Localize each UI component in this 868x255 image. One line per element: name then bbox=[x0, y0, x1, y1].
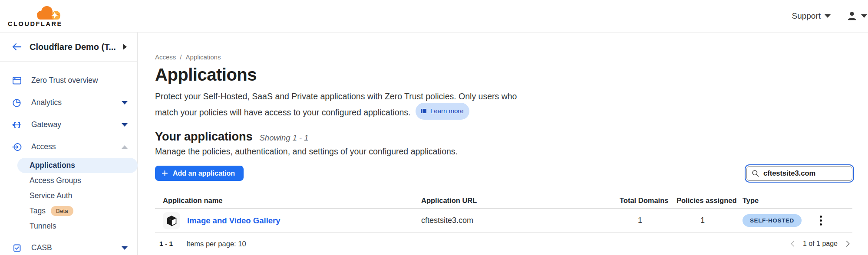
applications-table: Application name Application URL Total D… bbox=[155, 193, 852, 233]
page-title: Applications bbox=[155, 65, 852, 85]
total-domains-value: 1 bbox=[620, 216, 677, 225]
caret-down-icon bbox=[861, 14, 867, 18]
breadcrumb-separator: / bbox=[180, 53, 182, 61]
pagination-range: 1 - 1 bbox=[159, 240, 173, 248]
sidebar-item-access-groups[interactable]: Access Groups bbox=[0, 173, 137, 188]
caret-down-icon bbox=[825, 14, 831, 18]
showing-count: Showing 1 - 1 bbox=[260, 133, 309, 143]
arrow-left-icon[interactable] bbox=[11, 42, 22, 51]
sidebar-item-label: CASB bbox=[31, 243, 52, 252]
toolbar: Add an application bbox=[155, 166, 852, 181]
sidebar-item-label: Analytics bbox=[31, 98, 62, 107]
cloudflare-cloud-icon bbox=[36, 5, 64, 20]
caret-down-icon bbox=[122, 101, 128, 105]
sidebar-item-label: Zero Trust overview bbox=[31, 76, 98, 85]
section-subtitle: Manage the policies, authentication, and… bbox=[155, 147, 852, 157]
search-icon bbox=[751, 169, 760, 178]
caret-right-icon[interactable] bbox=[123, 44, 127, 50]
sidebar-item-label: Applications bbox=[30, 161, 75, 170]
search-box bbox=[746, 166, 852, 181]
person-icon bbox=[846, 10, 858, 22]
chevron-right-icon[interactable] bbox=[844, 240, 851, 248]
table-header-row: Application name Application URL Total D… bbox=[155, 193, 852, 209]
learn-more-label: Learn more bbox=[430, 105, 464, 118]
breadcrumb: Access / Applications bbox=[155, 53, 852, 61]
column-header-policies-assigned: Policies assigned bbox=[677, 196, 743, 205]
sidebar-item-tags[interactable]: Tags Beta bbox=[0, 203, 137, 219]
caret-down-icon bbox=[122, 123, 128, 127]
sidebar-item-label: Gateway bbox=[31, 120, 61, 129]
application-url: cftestsite3.com bbox=[421, 216, 620, 225]
breadcrumb-access[interactable]: Access bbox=[155, 53, 176, 61]
page-info: 1 of 1 page bbox=[803, 240, 838, 248]
column-header-application-url: Application URL bbox=[421, 196, 620, 205]
application-name-link[interactable]: Image and Video Gallery bbox=[187, 216, 281, 226]
sidebar-item-label: Access Groups bbox=[30, 176, 81, 185]
sidebar-item-casb[interactable]: CASB bbox=[0, 237, 137, 255]
column-header-total-domains: Total Domains bbox=[620, 196, 677, 205]
book-icon bbox=[420, 108, 427, 114]
sidebar-item-gateway[interactable]: Gateway bbox=[0, 114, 137, 136]
sidebar-item-label: Access bbox=[31, 142, 56, 151]
add-button-label: Add an application bbox=[173, 170, 235, 177]
sidebar-nav: Zero Trust overview Analytics Gateway bbox=[0, 62, 137, 255]
topbar: CLOUDFLARE Support bbox=[0, 0, 868, 33]
sidebar-item-tunnels[interactable]: Tunnels bbox=[0, 219, 137, 234]
cube-icon bbox=[163, 212, 180, 229]
access-icon bbox=[11, 142, 23, 152]
section-heading-row: Your applications Showing 1 - 1 bbox=[155, 130, 852, 144]
casb-icon bbox=[11, 243, 23, 253]
gateway-icon bbox=[11, 120, 23, 130]
beta-badge: Beta bbox=[51, 206, 73, 216]
user-menu[interactable] bbox=[846, 10, 867, 22]
sidebar-item-label: Tunnels bbox=[30, 222, 56, 231]
overview-icon bbox=[11, 75, 23, 86]
support-menu[interactable]: Support bbox=[792, 11, 831, 21]
pagination-divider bbox=[180, 239, 180, 249]
sidebar: Cloudflare Demo (T... Zero Trust overvie… bbox=[0, 33, 138, 255]
breadcrumb-applications: Applications bbox=[186, 53, 221, 61]
column-header-application-name: Application name bbox=[155, 196, 421, 205]
account-name: Cloudflare Demo (T... bbox=[30, 42, 116, 52]
sidebar-item-access[interactable]: Access bbox=[0, 136, 137, 158]
search-input[interactable] bbox=[746, 166, 852, 181]
sidebar-item-applications[interactable]: Applications bbox=[17, 158, 138, 173]
chevron-left-icon[interactable] bbox=[789, 240, 797, 248]
support-label: Support bbox=[792, 11, 821, 21]
sidebar-item-analytics[interactable]: Analytics bbox=[0, 92, 137, 114]
page-description: Protect your Self-Hosted, SaaS and Priva… bbox=[155, 90, 537, 120]
column-header-type: Type bbox=[743, 196, 852, 205]
caret-down-icon bbox=[122, 246, 128, 250]
sidebar-item-zero-trust-overview[interactable]: Zero Trust overview bbox=[0, 69, 137, 92]
pagination-bar: 1 - 1 Items per page: 10 1 of 1 page bbox=[155, 233, 852, 255]
items-per-page-control[interactable]: Items per page: 10 bbox=[186, 240, 246, 248]
policies-assigned-value: 1 bbox=[677, 216, 743, 225]
sidebar-item-service-auth[interactable]: Service Auth bbox=[0, 188, 137, 203]
add-application-button[interactable]: Add an application bbox=[155, 166, 244, 181]
plus-icon bbox=[161, 170, 168, 177]
kebab-menu-icon[interactable] bbox=[818, 214, 824, 227]
cloudflare-wordmark: CLOUDFLARE bbox=[8, 20, 66, 27]
analytics-icon bbox=[11, 98, 23, 108]
sidebar-item-label: Tags bbox=[30, 206, 46, 216]
sidebar-item-label: Service Auth bbox=[30, 191, 72, 200]
type-badge: SELF-HOSTED bbox=[743, 214, 802, 227]
learn-more-badge[interactable]: Learn more bbox=[416, 103, 469, 120]
section-title: Your applications bbox=[155, 130, 253, 144]
table-row: Image and Video Gallery cftestsite3.com … bbox=[155, 209, 852, 233]
cloudflare-logo: CLOUDFLARE bbox=[8, 5, 66, 27]
caret-up-icon bbox=[122, 145, 128, 149]
main-content: Access / Applications Applications Prote… bbox=[138, 33, 868, 255]
sidebar-account-header: Cloudflare Demo (T... bbox=[0, 33, 137, 62]
